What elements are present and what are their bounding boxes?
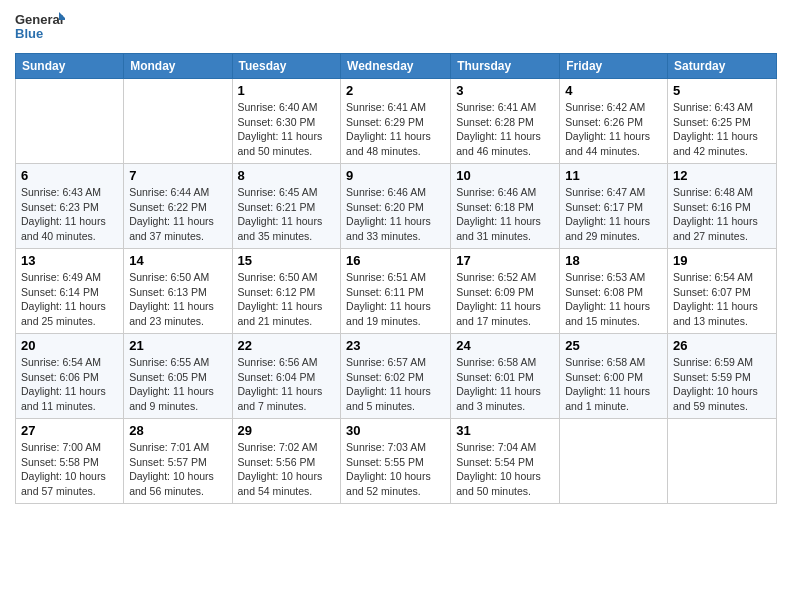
day-info: Sunrise: 6:51 AM Sunset: 6:11 PM Dayligh…	[346, 270, 445, 329]
day-number: 27	[21, 423, 118, 438]
calendar-cell: 28Sunrise: 7:01 AM Sunset: 5:57 PM Dayli…	[124, 419, 232, 504]
calendar-cell: 15Sunrise: 6:50 AM Sunset: 6:12 PM Dayli…	[232, 249, 341, 334]
day-info: Sunrise: 6:43 AM Sunset: 6:23 PM Dayligh…	[21, 185, 118, 244]
calendar-cell: 4Sunrise: 6:42 AM Sunset: 6:26 PM Daylig…	[560, 79, 668, 164]
calendar-cell: 26Sunrise: 6:59 AM Sunset: 5:59 PM Dayli…	[668, 334, 777, 419]
day-info: Sunrise: 6:43 AM Sunset: 6:25 PM Dayligh…	[673, 100, 771, 159]
day-number: 10	[456, 168, 554, 183]
col-header-saturday: Saturday	[668, 54, 777, 79]
day-number: 24	[456, 338, 554, 353]
day-number: 2	[346, 83, 445, 98]
calendar-cell: 9Sunrise: 6:46 AM Sunset: 6:20 PM Daylig…	[341, 164, 451, 249]
calendar-week-5: 27Sunrise: 7:00 AM Sunset: 5:58 PM Dayli…	[16, 419, 777, 504]
calendar-cell: 17Sunrise: 6:52 AM Sunset: 6:09 PM Dayli…	[451, 249, 560, 334]
logo: General Blue	[15, 10, 65, 45]
day-number: 14	[129, 253, 226, 268]
col-header-tuesday: Tuesday	[232, 54, 341, 79]
col-header-thursday: Thursday	[451, 54, 560, 79]
day-info: Sunrise: 6:57 AM Sunset: 6:02 PM Dayligh…	[346, 355, 445, 414]
day-info: Sunrise: 6:54 AM Sunset: 6:06 PM Dayligh…	[21, 355, 118, 414]
day-number: 20	[21, 338, 118, 353]
calendar-cell: 8Sunrise: 6:45 AM Sunset: 6:21 PM Daylig…	[232, 164, 341, 249]
day-number: 28	[129, 423, 226, 438]
day-info: Sunrise: 6:46 AM Sunset: 6:20 PM Dayligh…	[346, 185, 445, 244]
day-number: 21	[129, 338, 226, 353]
day-info: Sunrise: 6:42 AM Sunset: 6:26 PM Dayligh…	[565, 100, 662, 159]
day-info: Sunrise: 6:48 AM Sunset: 6:16 PM Dayligh…	[673, 185, 771, 244]
col-header-sunday: Sunday	[16, 54, 124, 79]
logo-svg: General Blue	[15, 10, 65, 45]
day-number: 4	[565, 83, 662, 98]
calendar-cell: 5Sunrise: 6:43 AM Sunset: 6:25 PM Daylig…	[668, 79, 777, 164]
day-number: 7	[129, 168, 226, 183]
day-info: Sunrise: 6:53 AM Sunset: 6:08 PM Dayligh…	[565, 270, 662, 329]
day-info: Sunrise: 6:47 AM Sunset: 6:17 PM Dayligh…	[565, 185, 662, 244]
day-info: Sunrise: 6:56 AM Sunset: 6:04 PM Dayligh…	[238, 355, 336, 414]
calendar-cell: 21Sunrise: 6:55 AM Sunset: 6:05 PM Dayli…	[124, 334, 232, 419]
calendar-cell: 12Sunrise: 6:48 AM Sunset: 6:16 PM Dayli…	[668, 164, 777, 249]
calendar-cell: 27Sunrise: 7:00 AM Sunset: 5:58 PM Dayli…	[16, 419, 124, 504]
calendar-cell: 1Sunrise: 6:40 AM Sunset: 6:30 PM Daylig…	[232, 79, 341, 164]
day-number: 6	[21, 168, 118, 183]
calendar-cell	[668, 419, 777, 504]
day-number: 9	[346, 168, 445, 183]
day-info: Sunrise: 6:50 AM Sunset: 6:12 PM Dayligh…	[238, 270, 336, 329]
calendar-cell: 7Sunrise: 6:44 AM Sunset: 6:22 PM Daylig…	[124, 164, 232, 249]
calendar-cell: 22Sunrise: 6:56 AM Sunset: 6:04 PM Dayli…	[232, 334, 341, 419]
day-number: 18	[565, 253, 662, 268]
day-info: Sunrise: 6:58 AM Sunset: 6:00 PM Dayligh…	[565, 355, 662, 414]
calendar-cell: 18Sunrise: 6:53 AM Sunset: 6:08 PM Dayli…	[560, 249, 668, 334]
day-info: Sunrise: 6:55 AM Sunset: 6:05 PM Dayligh…	[129, 355, 226, 414]
calendar-table: SundayMondayTuesdayWednesdayThursdayFrid…	[15, 53, 777, 504]
svg-text:General: General	[15, 12, 63, 27]
calendar-week-1: 1Sunrise: 6:40 AM Sunset: 6:30 PM Daylig…	[16, 79, 777, 164]
col-header-wednesday: Wednesday	[341, 54, 451, 79]
day-number: 15	[238, 253, 336, 268]
day-number: 19	[673, 253, 771, 268]
day-number: 31	[456, 423, 554, 438]
calendar-cell: 19Sunrise: 6:54 AM Sunset: 6:07 PM Dayli…	[668, 249, 777, 334]
day-info: Sunrise: 6:40 AM Sunset: 6:30 PM Dayligh…	[238, 100, 336, 159]
calendar-cell: 31Sunrise: 7:04 AM Sunset: 5:54 PM Dayli…	[451, 419, 560, 504]
calendar-cell	[560, 419, 668, 504]
day-number: 11	[565, 168, 662, 183]
day-number: 30	[346, 423, 445, 438]
calendar-cell: 10Sunrise: 6:46 AM Sunset: 6:18 PM Dayli…	[451, 164, 560, 249]
day-number: 22	[238, 338, 336, 353]
day-info: Sunrise: 6:58 AM Sunset: 6:01 PM Dayligh…	[456, 355, 554, 414]
day-info: Sunrise: 7:01 AM Sunset: 5:57 PM Dayligh…	[129, 440, 226, 499]
calendar-cell: 20Sunrise: 6:54 AM Sunset: 6:06 PM Dayli…	[16, 334, 124, 419]
day-number: 17	[456, 253, 554, 268]
day-info: Sunrise: 7:02 AM Sunset: 5:56 PM Dayligh…	[238, 440, 336, 499]
calendar-cell: 3Sunrise: 6:41 AM Sunset: 6:28 PM Daylig…	[451, 79, 560, 164]
calendar-cell: 25Sunrise: 6:58 AM Sunset: 6:00 PM Dayli…	[560, 334, 668, 419]
calendar-week-2: 6Sunrise: 6:43 AM Sunset: 6:23 PM Daylig…	[16, 164, 777, 249]
day-number: 1	[238, 83, 336, 98]
day-info: Sunrise: 6:49 AM Sunset: 6:14 PM Dayligh…	[21, 270, 118, 329]
day-info: Sunrise: 6:41 AM Sunset: 6:28 PM Dayligh…	[456, 100, 554, 159]
calendar-cell: 29Sunrise: 7:02 AM Sunset: 5:56 PM Dayli…	[232, 419, 341, 504]
day-info: Sunrise: 7:03 AM Sunset: 5:55 PM Dayligh…	[346, 440, 445, 499]
day-info: Sunrise: 7:00 AM Sunset: 5:58 PM Dayligh…	[21, 440, 118, 499]
calendar-week-3: 13Sunrise: 6:49 AM Sunset: 6:14 PM Dayli…	[16, 249, 777, 334]
day-number: 3	[456, 83, 554, 98]
day-number: 29	[238, 423, 336, 438]
svg-text:Blue: Blue	[15, 26, 43, 41]
day-info: Sunrise: 6:44 AM Sunset: 6:22 PM Dayligh…	[129, 185, 226, 244]
col-header-friday: Friday	[560, 54, 668, 79]
calendar-cell: 2Sunrise: 6:41 AM Sunset: 6:29 PM Daylig…	[341, 79, 451, 164]
page-header: General Blue	[15, 10, 777, 45]
day-number: 25	[565, 338, 662, 353]
calendar-cell: 24Sunrise: 6:58 AM Sunset: 6:01 PM Dayli…	[451, 334, 560, 419]
col-header-monday: Monday	[124, 54, 232, 79]
calendar-cell	[16, 79, 124, 164]
day-info: Sunrise: 6:52 AM Sunset: 6:09 PM Dayligh…	[456, 270, 554, 329]
day-number: 8	[238, 168, 336, 183]
day-info: Sunrise: 6:45 AM Sunset: 6:21 PM Dayligh…	[238, 185, 336, 244]
day-info: Sunrise: 6:41 AM Sunset: 6:29 PM Dayligh…	[346, 100, 445, 159]
day-number: 23	[346, 338, 445, 353]
calendar-cell: 16Sunrise: 6:51 AM Sunset: 6:11 PM Dayli…	[341, 249, 451, 334]
calendar-cell	[124, 79, 232, 164]
calendar-cell: 23Sunrise: 6:57 AM Sunset: 6:02 PM Dayli…	[341, 334, 451, 419]
calendar-week-4: 20Sunrise: 6:54 AM Sunset: 6:06 PM Dayli…	[16, 334, 777, 419]
